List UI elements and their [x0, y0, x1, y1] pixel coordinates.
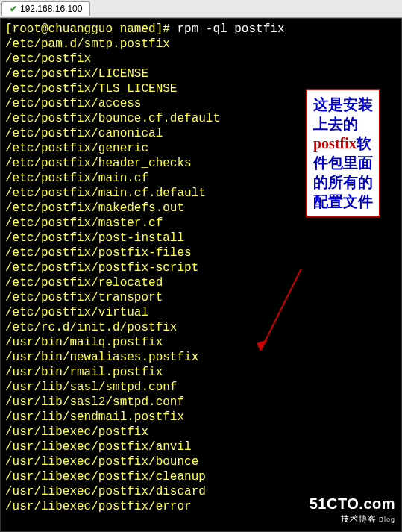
output-line: /usr/lib/sendmail.postfix [5, 410, 397, 425]
output-line: /usr/libexec/postfix/bounce [5, 454, 397, 469]
check-icon: ✔ [10, 4, 17, 14]
annotation-callout: 这是安装上去的postfix软件包里面的所有的配置文件 [306, 89, 380, 217]
output-line: /etc/postfix/virtual [5, 305, 397, 320]
watermark: 51CTO.com 技术博客Blog [310, 496, 395, 527]
tab-bar: ✔192.168.16.100 [0, 0, 402, 18]
annotation-text-before: 这是安装上去的 [313, 96, 373, 132]
shell-prompt: [root@chuangguo named]# [5, 22, 170, 36]
output-line: /usr/libexec/postfix/anvil [5, 439, 397, 454]
output-line: /etc/rc.d/init.d/postfix [5, 320, 397, 335]
output-line: /usr/libexec/postfix [5, 425, 397, 439]
output-line: /etc/postfix/postfix-script [5, 260, 397, 275]
output-line: /etc/postfix/master.cf [5, 216, 397, 231]
tab-label: 192.168.16.100 [20, 4, 82, 14]
output-line: /usr/bin/rmail.postfix [5, 365, 397, 380]
shell-command: rpm -ql postfix [177, 22, 284, 36]
terminal[interactable]: [root@chuangguo named]# rpm -ql postfix … [0, 18, 402, 532]
output-line: /usr/bin/newaliases.postfix [5, 350, 397, 365]
annotation-highlight: postfix [313, 135, 357, 151]
output-line: /usr/lib/sasl/smtpd.conf [5, 380, 397, 395]
connection-tab[interactable]: ✔192.168.16.100 [1, 1, 90, 16]
output-line: /etc/postfix/transport [5, 290, 397, 305]
watermark-sub: 技术博客Blog [310, 511, 395, 527]
output-line: /etc/postfix/LICENSE [5, 66, 397, 81]
output-line: /usr/lib/sasl2/smtpd.conf [5, 395, 397, 410]
output-line: /usr/libexec/postfix/cleanup [5, 469, 397, 484]
watermark-brand: 51CTO.com [310, 496, 395, 511]
output-line: /etc/pam.d/smtp.postfix [5, 37, 397, 51]
output-line: /etc/postfix/post-install [5, 231, 397, 245]
output-line: /usr/bin/mailq.postfix [5, 335, 397, 350]
prompt-line: [root@chuangguo named]# rpm -ql postfix [5, 22, 397, 37]
output-line: /etc/postfix/postfix-files [5, 245, 397, 260]
output-line: /etc/postfix/relocated [5, 275, 397, 290]
output-line: /etc/postfix [5, 51, 397, 66]
